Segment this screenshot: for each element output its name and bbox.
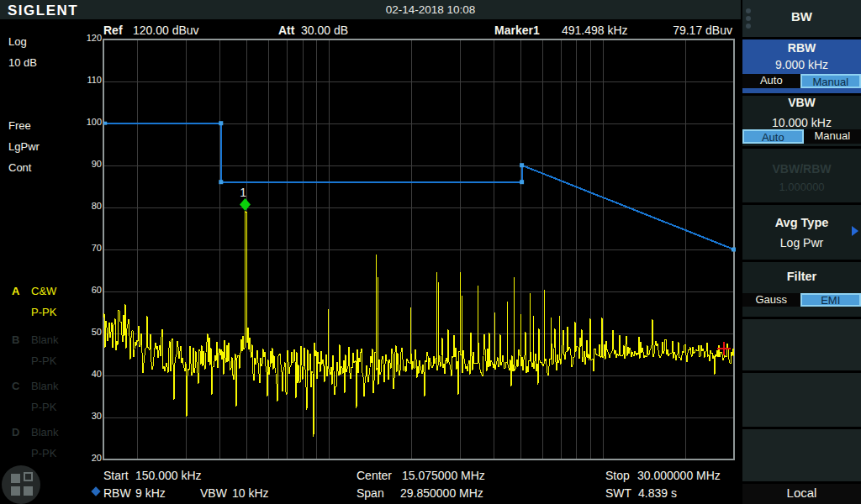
svg-text:1: 1: [240, 186, 246, 199]
